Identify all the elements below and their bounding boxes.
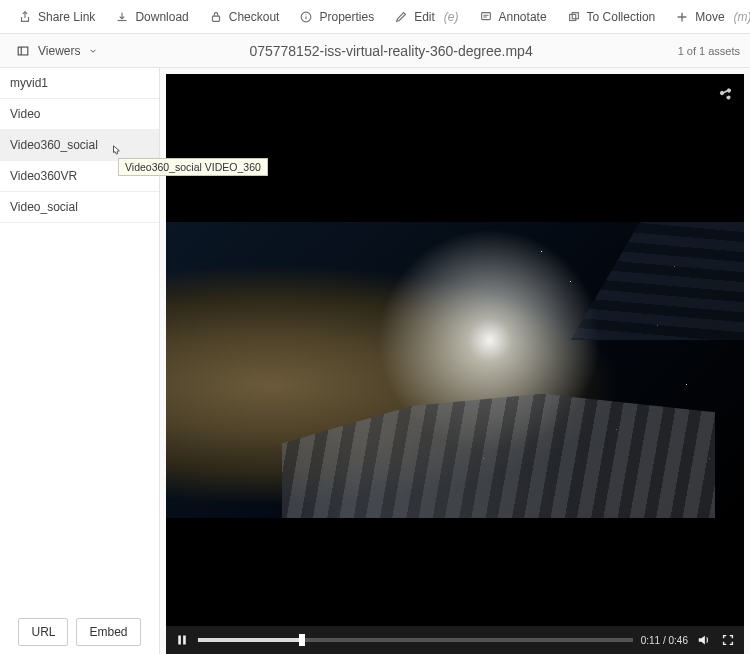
volume-button[interactable] [696,632,712,648]
viewer-item-video-social[interactable]: Video_social [0,192,159,223]
list-item-label: myvid1 [10,76,48,90]
url-button[interactable]: URL [18,618,68,646]
to-collection-label: To Collection [587,10,656,24]
viewers-dropdown[interactable]: Viewers [10,40,104,62]
note-icon [479,10,493,24]
sidebar-bottom: URL Embed [0,610,159,654]
sidebar: myvid1 Video Video360_social Video360VR … [0,68,160,654]
lock-icon [209,10,223,24]
edit-hint: (e) [444,10,459,24]
time-display: 0:11 / 0:46 [641,635,688,646]
svg-point-2 [306,14,307,15]
progress-fill [198,638,302,642]
asset-filename: 075778152-iss-virtual-reality-360-degree… [104,43,677,59]
svg-rect-6 [18,47,28,55]
viewer-list: myvid1 Video Video360_social Video360VR … [0,68,159,610]
list-item-label: Video360VR [10,169,77,183]
content-area: myvid1 Video Video360_social Video360VR … [0,68,750,654]
download-icon [115,10,129,24]
progress-bar[interactable] [198,638,633,642]
share-link-label: Share Link [38,10,95,24]
viewers-label: Viewers [38,44,80,58]
properties-label: Properties [319,10,374,24]
move-hint: (m) [734,10,750,24]
annotate-button[interactable]: Annotate [471,6,555,28]
checkout-label: Checkout [229,10,280,24]
video-frame [166,222,744,518]
subheader: Viewers 075778152-iss-virtual-reality-36… [0,34,750,68]
panel-icon [16,44,30,58]
time-current: 0:11 [641,635,660,646]
cursor-pointer-icon [111,144,121,156]
viewer-item-video360-social[interactable]: Video360_social [0,130,159,161]
move-button[interactable]: Move (m) [667,6,750,28]
checkout-button[interactable]: Checkout [201,6,288,28]
edit-button[interactable]: Edit (e) [386,6,466,28]
properties-button[interactable]: Properties [291,6,382,28]
time-total: 0:46 [669,635,688,646]
fullscreen-button[interactable] [720,632,736,648]
player-controls: 0:11 / 0:46 [166,626,744,654]
progress-handle[interactable] [299,634,305,646]
edit-label: Edit [414,10,435,24]
top-toolbar: Share Link Download Checkout Properties … [0,0,750,34]
download-label: Download [135,10,188,24]
chevron-down-icon [88,46,98,56]
share-overlay-button[interactable] [714,82,736,104]
asset-count: 1 of 1 assets [678,45,740,57]
svg-rect-8 [183,636,186,645]
svg-rect-3 [481,12,490,19]
download-button[interactable]: Download [107,6,196,28]
list-item-label: Video_social [10,200,78,214]
viewer-item-myvid1[interactable]: myvid1 [0,68,159,99]
info-icon [299,10,313,24]
list-item-label: Video [10,107,40,121]
svg-rect-0 [212,16,219,21]
to-collection-button[interactable]: To Collection [559,6,664,28]
play-pause-button[interactable] [174,632,190,648]
embed-button[interactable]: Embed [76,618,140,646]
pencil-icon [394,10,408,24]
share-link-button[interactable]: Share Link [10,6,103,28]
annotate-label: Annotate [499,10,547,24]
viewer-item-video[interactable]: Video [0,99,159,130]
viewer-tooltip: Video360_social VIDEO_360 [118,158,268,176]
plus-icon [675,10,689,24]
move-label: Move [695,10,724,24]
collection-icon [567,10,581,24]
svg-rect-7 [178,636,181,645]
list-item-label: Video360_social [10,138,98,152]
video-player[interactable] [166,74,744,626]
share-icon [18,10,32,24]
preview-pane: 0:11 / 0:46 [160,68,750,654]
